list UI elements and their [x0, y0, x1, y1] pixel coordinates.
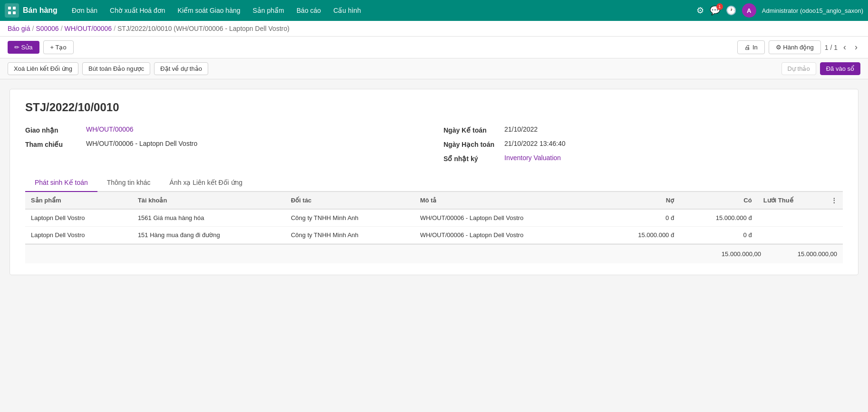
- print-button[interactable]: 🖨 In: [737, 40, 764, 54]
- tab-anh-xa-lien-ket[interactable]: Ánh xạ Liên kết Đối ứng: [160, 174, 252, 192]
- table-row: Laptopn Dell Vostro 1561 Giá mua hàng hó…: [25, 209, 843, 227]
- nav-don-ban[interactable]: Đơn bán: [66, 3, 103, 18]
- totals-bar: 15.000.000,00 15.000.000,00: [25, 244, 843, 263]
- action-bar: Xoá Liên kết Đối ứng Bút toán Đảo ngược …: [0, 58, 868, 79]
- notification-badge: 1: [716, 3, 723, 10]
- nav-bao-cao[interactable]: Báo cáo: [291, 3, 327, 18]
- so-nhat-ky-value[interactable]: Inventory Valuation: [504, 154, 561, 162]
- fields-right: Ngày Kế toán 21/10/2022 Ngày Hạch toán 2…: [444, 125, 843, 163]
- xoa-lien-ket-button[interactable]: Xoá Liên kết Đối ứng: [8, 62, 78, 75]
- chat-icon[interactable]: 💬 1: [710, 5, 720, 16]
- breadcrumb-s00006[interactable]: S00006: [36, 25, 58, 32]
- giao-nhan-label: Giao nhận: [25, 125, 82, 134]
- total-no: 15.000.000,00: [704, 250, 761, 258]
- svg-rect-2: [8, 11, 11, 14]
- nav-san-pham[interactable]: Sản phẩm: [247, 3, 290, 18]
- app-grid-icon[interactable]: [5, 3, 19, 18]
- col-co: Có: [680, 192, 757, 209]
- row2-doi-tac: Công ty TNHH Minh Anh: [285, 227, 415, 244]
- tham-chieu-label: Tham chiếu: [25, 140, 82, 148]
- total-co: 15.000.000,00: [780, 250, 837, 258]
- ngay-hach-toan-label: Ngày Hạch toán: [444, 140, 501, 148]
- nav-menu: Đơn bán Chờ xuất Hoá đơn Kiểm soát Giao …: [66, 3, 693, 18]
- document-card: STJ/2022/10/0010 Giao nhận WH/OUT/00006 …: [10, 89, 858, 275]
- main-content: STJ/2022/10/0010 Giao nhận WH/OUT/00006 …: [0, 79, 868, 285]
- create-button[interactable]: + Tạo: [43, 40, 74, 54]
- breadcrumb: Báo giá / S00006 / WH/OUT/00006 / STJ/20…: [0, 21, 868, 37]
- edit-button[interactable]: ✏ Sửa: [8, 41, 39, 54]
- field-ngay-hach-toan: Ngày Hạch toán 21/10/2022 13:46:40: [444, 140, 843, 148]
- giao-nhan-value[interactable]: WH/OUT/00006: [86, 125, 134, 133]
- field-so-nhat-ky: Sổ nhật ký Inventory Valuation: [444, 154, 843, 163]
- user-label[interactable]: Administrator (odoo15_anglo_saxon): [762, 7, 863, 14]
- row1-tai-khoan: 1561 Giá mua hàng hóa: [132, 209, 285, 227]
- row1-mo-ta: WH/OUT/00006 - Laptopn Dell Vostro: [415, 209, 602, 227]
- toolbar: ✏ Sửa + Tạo 🖨 In ⚙ Hành động 1 / 1 ‹ ›: [0, 37, 868, 58]
- col-doi-tac: Đối tác: [285, 192, 415, 209]
- nav-cho-xuat[interactable]: Chờ xuất Hoá đơn: [104, 3, 171, 18]
- row2-tai-khoan: 151 Hàng mua đang đi đường: [132, 227, 285, 244]
- nav-cau-hinh[interactable]: Cấu hình: [328, 3, 366, 18]
- ngay-ke-toan-label: Ngày Kế toán: [444, 125, 501, 134]
- col-tai-khoan: Tài khoản: [132, 192, 285, 209]
- document-fields: Giao nhận WH/OUT/00006 Tham chiếu WH/OUT…: [25, 125, 843, 163]
- tham-chieu-value: WH/OUT/00006 - Laptopn Dell Vostro: [86, 140, 197, 147]
- status-draft-badge[interactable]: Dự thảo: [781, 62, 816, 75]
- action-button[interactable]: ⚙ Hành động: [769, 40, 821, 54]
- col-actions: ⋮: [825, 192, 843, 209]
- pagination: 1 / 1 ‹ ›: [825, 41, 860, 53]
- row2-actions: [825, 227, 843, 244]
- row1-actions: [825, 209, 843, 227]
- next-page-button[interactable]: ›: [852, 41, 860, 53]
- col-san-pham: Sản phẩm: [25, 192, 132, 209]
- col-luoi-thue: Lưới Thuế: [758, 192, 825, 209]
- field-giao-nhan: Giao nhận WH/OUT/00006: [25, 125, 424, 134]
- svg-rect-1: [13, 7, 16, 10]
- table-row: Laptopn Dell Vostro 151 Hàng mua đang đi…: [25, 227, 843, 244]
- row1-co: 15.000.000 đ: [680, 209, 757, 227]
- top-nav: Bán hàng Đơn bán Chờ xuất Hoá đơn Kiểm s…: [0, 0, 868, 21]
- settings-icon[interactable]: ⚙: [696, 5, 704, 16]
- app-title: Bán hàng: [23, 6, 58, 15]
- field-ngay-ke-toan: Ngày Kế toán 21/10/2022: [444, 125, 843, 134]
- clock-icon[interactable]: 🕐: [726, 5, 736, 16]
- row1-doi-tac: Công ty TNHH Minh Anh: [285, 209, 415, 227]
- tab-phat-sinh-ke-toan[interactable]: Phát sinh Kế toán: [25, 174, 97, 192]
- page-info: 1 / 1: [825, 44, 838, 51]
- breadcrumb-wh-out[interactable]: WH/OUT/00006: [65, 25, 112, 32]
- row2-no: 15.000.000 đ: [602, 227, 680, 244]
- row2-luoi-thue: [758, 227, 825, 244]
- fields-left: Giao nhận WH/OUT/00006 Tham chiếu WH/OUT…: [25, 125, 424, 163]
- tabs: Phát sinh Kế toán Thông tin khác Ánh xạ …: [25, 174, 843, 192]
- prev-page-button[interactable]: ‹: [840, 41, 849, 53]
- avatar[interactable]: A: [742, 3, 756, 18]
- but-toan-dao-nguoc-button[interactable]: Bút toán Đảo ngược: [82, 62, 150, 75]
- row2-co: 0 đ: [680, 227, 757, 244]
- breadcrumb-baogias[interactable]: Báo giá: [8, 25, 30, 32]
- dat-ve-du-thao-button[interactable]: Đặt về dự thảo: [154, 62, 208, 75]
- col-mo-ta: Mô tả: [415, 192, 602, 209]
- field-tham-chieu: Tham chiếu WH/OUT/00006 - Laptopn Dell V…: [25, 140, 424, 148]
- row2-san-pham: Laptopn Dell Vostro: [25, 227, 132, 244]
- svg-rect-3: [13, 11, 16, 14]
- row1-no: 0 đ: [602, 209, 680, 227]
- so-nhat-ky-label: Sổ nhật ký: [444, 154, 501, 163]
- row1-san-pham: Laptopn Dell Vostro: [25, 209, 132, 227]
- svg-rect-0: [8, 7, 11, 10]
- row1-luoi-thue: [758, 209, 825, 227]
- total-no-value: 15.000.000,00: [704, 250, 761, 258]
- ngay-hach-toan-value: 21/10/2022 13:46:40: [504, 140, 565, 147]
- accounting-table: Sản phẩm Tài khoản Đối tác Mô tả Nợ Có L…: [25, 192, 843, 244]
- status-posted-badge[interactable]: Đã vào sổ: [820, 62, 860, 75]
- breadcrumb-current: STJ/2022/10/0010 (WH/OUT/00006 - Laptopn…: [117, 25, 289, 32]
- document-title: STJ/2022/10/0010: [25, 101, 843, 114]
- col-menu-icon[interactable]: ⋮: [831, 197, 837, 204]
- ngay-ke-toan-value: 21/10/2022: [504, 125, 538, 133]
- total-co-value: 15.000.000,00: [780, 250, 837, 258]
- tab-thong-tin-khac[interactable]: Thông tin khác: [97, 174, 160, 192]
- nav-kiem-soat[interactable]: Kiểm soát Giao hàng: [172, 3, 246, 18]
- top-nav-right: ⚙ 💬 1 🕐 A Administrator (odoo15_anglo_sa…: [696, 3, 863, 18]
- row2-mo-ta: WH/OUT/00006 - Laptopn Dell Vostro: [415, 227, 602, 244]
- col-no: Nợ: [602, 192, 680, 209]
